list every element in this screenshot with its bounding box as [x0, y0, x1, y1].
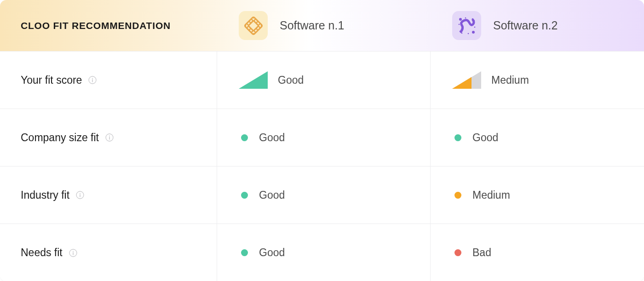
svg-point-22 [459, 30, 460, 32]
svg-point-23 [461, 32, 462, 34]
svg-line-4 [247, 23, 248, 25]
svg-point-29 [469, 27, 470, 28]
header-title-cell: CLOO FIT RECOMMENDATION [0, 0, 217, 51]
svg-point-37 [109, 136, 110, 137]
svg-point-40 [80, 193, 80, 194]
svg-point-17 [253, 33, 253, 34]
signal-medium-icon [452, 71, 481, 89]
header-software-2: Software n.2 [431, 0, 644, 51]
svg-line-12 [249, 28, 251, 30]
label-cell: Needs fit [0, 224, 217, 281]
software-1-name: Software n.1 [280, 19, 344, 32]
svg-line-7 [253, 30, 255, 32]
row-fit-score: Your fit score Good Medium [0, 52, 644, 109]
label-cell: Your fit score [0, 52, 217, 109]
value-text: Bad [472, 247, 491, 259]
row-label: Industry fit [21, 189, 69, 201]
svg-point-21 [473, 20, 475, 21]
signal-good-icon [239, 71, 268, 89]
value-text: Medium [491, 74, 529, 86]
svg-marker-35 [452, 77, 472, 89]
svg-line-8 [253, 19, 255, 21]
label-cell: Company size fit [0, 109, 217, 166]
svg-line-13 [251, 30, 253, 32]
info-icon[interactable] [105, 133, 114, 142]
svg-point-15 [260, 25, 261, 26]
svg-line-10 [258, 23, 260, 25]
table-header-row: CLOO FIT RECOMMENDATION [0, 0, 644, 52]
svg-line-3 [249, 21, 251, 23]
software-2-name: Software n.2 [493, 19, 558, 32]
row-label: Company size fit [21, 132, 99, 144]
value-text: Good [278, 74, 304, 86]
header-title: CLOO FIT RECOMMENDATION [21, 20, 171, 31]
status-dot-good [454, 134, 461, 141]
status-dot-medium [454, 192, 461, 199]
row-industry: Industry fit Good Medium [0, 166, 644, 224]
svg-point-18 [459, 18, 462, 21]
status-dot-good [241, 249, 248, 256]
svg-line-2 [251, 19, 253, 21]
svg-marker-33 [239, 71, 268, 89]
svg-point-14 [245, 25, 246, 26]
svg-point-20 [472, 18, 473, 19]
svg-point-26 [465, 17, 466, 18]
value-cell-software-2: Good [431, 109, 644, 166]
svg-line-11 [247, 26, 248, 28]
status-dot-good [241, 192, 248, 199]
svg-point-16 [253, 17, 253, 18]
svg-point-43 [73, 251, 74, 252]
value-text: Good [472, 132, 498, 144]
info-icon[interactable] [88, 76, 97, 84]
value-cell-software-1: Good [217, 52, 431, 109]
status-dot-good [241, 134, 248, 141]
status-dot-bad [454, 249, 461, 256]
svg-line-5 [258, 26, 260, 28]
header-software-1: Software n.1 [217, 0, 431, 51]
svg-point-28 [463, 23, 464, 23]
value-cell-software-2: Medium [431, 52, 644, 109]
row-label: Your fit score [21, 74, 82, 86]
svg-point-24 [458, 23, 460, 25]
value-cell-software-1: Good [217, 109, 431, 166]
svg-point-31 [92, 78, 93, 79]
svg-point-27 [467, 33, 469, 34]
software-1-icon [239, 11, 268, 40]
value-text: Good [259, 189, 285, 201]
row-needs: Needs fit Good Bad [0, 224, 644, 281]
svg-line-6 [256, 28, 258, 30]
value-text: Good [259, 247, 285, 259]
svg-line-9 [256, 21, 258, 23]
info-icon[interactable] [69, 249, 77, 257]
row-company-size: Company size fit Good Good [0, 109, 644, 166]
svg-point-25 [474, 26, 475, 28]
software-2-icon [452, 11, 481, 40]
comparison-table: CLOO FIT RECOMMENDATION [0, 0, 644, 281]
value-text: Medium [472, 189, 510, 201]
value-cell-software-2: Medium [431, 166, 644, 224]
row-label: Needs fit [21, 247, 63, 259]
value-cell-software-1: Good [217, 224, 431, 281]
label-cell: Industry fit [0, 166, 217, 224]
info-icon[interactable] [76, 191, 84, 199]
svg-point-19 [472, 31, 475, 34]
svg-rect-0 [244, 17, 263, 35]
value-cell-software-2: Bad [431, 224, 644, 281]
value-text: Good [259, 132, 285, 144]
value-cell-software-1: Good [217, 166, 431, 224]
